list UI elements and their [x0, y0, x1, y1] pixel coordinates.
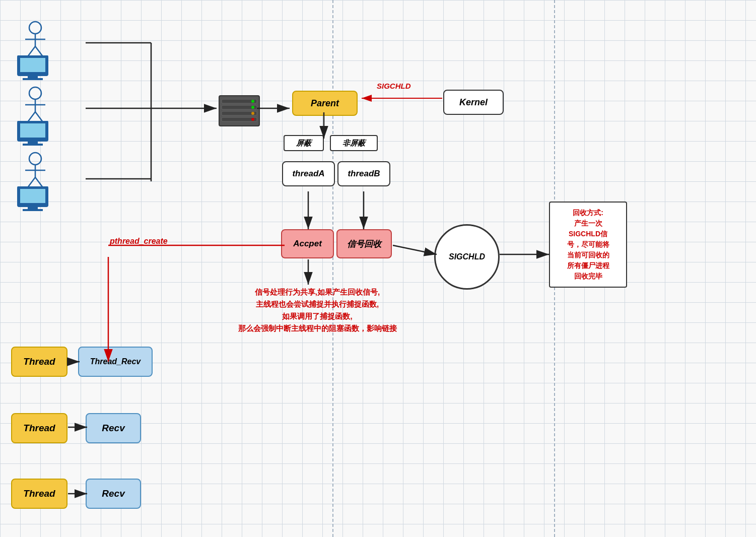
arrows-svg [0, 0, 756, 537]
svg-rect-48 [23, 209, 43, 211]
svg-rect-29 [28, 76, 38, 78]
thread1-box: Thread [11, 347, 67, 377]
person1-icon [15, 20, 55, 81]
thread2-box: Thread [11, 413, 67, 443]
svg-point-56 [251, 112, 254, 115]
thread3-box: Thread [11, 479, 67, 509]
person3-icon [15, 151, 55, 212]
svg-point-31 [29, 87, 41, 99]
svg-rect-30 [23, 78, 43, 80]
info-text-block: 信号处理行为共享,如果产生回收信号,主线程也会尝试捕捉并执行捕捉函数,如果调用了… [217, 286, 418, 334]
svg-rect-46 [20, 189, 45, 203]
svg-point-22 [29, 22, 41, 34]
svg-line-25 [28, 46, 35, 56]
sigchld-arrow-label: SIGCHLD [377, 82, 411, 90]
accpet-box: Accpet [281, 229, 334, 258]
recycle-info-box: 回收方式:产生一次SIGCHLD信号，尽可能将当前可回收的所有僵尸进程回收完毕 [549, 202, 627, 288]
svg-point-55 [251, 106, 254, 109]
mask-label-box: 屏蔽 [284, 135, 324, 151]
svg-rect-47 [28, 207, 38, 209]
pthread-create-label: pthread_create [110, 237, 168, 246]
svg-line-26 [35, 46, 43, 56]
sigchld-circle: SIGCHLD [434, 224, 500, 290]
svg-line-44 [35, 177, 43, 187]
parent-box: Parent [292, 91, 358, 116]
person2-icon [15, 86, 55, 146]
recv2-box: Recv [86, 479, 141, 509]
svg-line-14 [393, 245, 437, 254]
nonmask-label-box: 非屏蔽 [330, 135, 378, 151]
svg-rect-38 [28, 141, 38, 144]
thread-recv1-box: Thread_Recv [78, 347, 153, 377]
svg-line-35 [35, 112, 43, 122]
threadB-box: threadB [337, 161, 390, 186]
server-icon [217, 93, 257, 123]
signal-recv-box: 信号回收 [336, 229, 392, 258]
svg-point-54 [251, 100, 254, 103]
threadA-box: threadA [282, 161, 335, 186]
svg-point-40 [29, 153, 41, 165]
svg-rect-39 [23, 144, 43, 146]
diagram-container: Parent Kernel SIGCHLD 屏蔽 非屏蔽 threadA thr… [0, 0, 756, 537]
svg-point-57 [251, 118, 254, 121]
svg-rect-28 [20, 58, 45, 72]
svg-rect-37 [20, 123, 45, 138]
kernel-box: Kernel [443, 90, 504, 115]
svg-line-34 [28, 112, 35, 122]
svg-line-43 [28, 177, 35, 187]
recv1-box: Recv [86, 413, 141, 443]
